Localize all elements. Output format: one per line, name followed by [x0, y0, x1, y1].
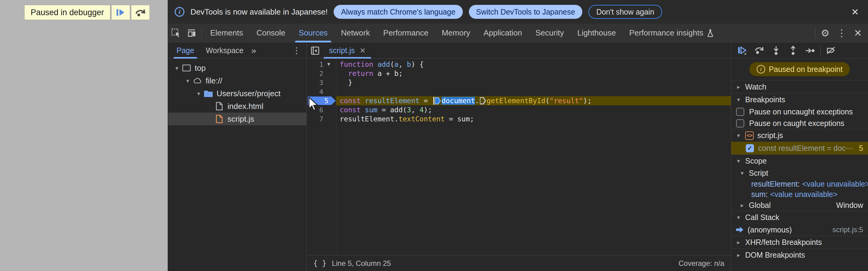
- uncaught-exceptions-checkbox[interactable]: [736, 108, 744, 116]
- settings-gear-icon[interactable]: ⚙: [817, 27, 833, 39]
- devtools-close-icon[interactable]: ✕: [850, 27, 866, 39]
- notification-close-icon[interactable]: ✕: [849, 7, 861, 17]
- scope-script-subsection[interactable]: ▾ Script: [731, 167, 868, 179]
- overlay-resume-button[interactable]: [111, 5, 130, 20]
- tab-memory[interactable]: Memory: [435, 24, 477, 42]
- toggle-navigator-icon[interactable]: [307, 43, 323, 59]
- chevron-down-icon[interactable]: ▾: [194, 90, 203, 97]
- breakpoint-checkbox[interactable]: ✓: [746, 144, 754, 152]
- tree-item-script-js[interactable]: script.js: [168, 113, 306, 125]
- gutter-line-7[interactable]: 7: [307, 114, 336, 123]
- tree-item-index-html[interactable]: index.html: [168, 100, 306, 113]
- navigator-tab-page[interactable]: Page: [174, 43, 197, 59]
- call-stack-frame[interactable]: (anonymous) script.js:5: [731, 224, 868, 236]
- gutter-line-4[interactable]: 4: [307, 87, 336, 96]
- tree-item-users-user-project[interactable]: ▾Users/user/project: [168, 87, 306, 100]
- line-number: 3: [307, 79, 323, 87]
- tree-item-top[interactable]: ▾top: [168, 62, 306, 74]
- editor-tab-label: script.js: [329, 46, 355, 55]
- editor-tab-scriptjs[interactable]: script.js ✕: [323, 43, 371, 59]
- tab-close-icon[interactable]: ✕: [360, 47, 366, 55]
- tab-label: Lighthouse: [577, 28, 616, 38]
- code-token: textContent: [399, 115, 445, 123]
- dont-show-again-button[interactable]: Don't show again: [588, 5, 662, 19]
- chevron-down-icon[interactable]: ▾: [183, 78, 192, 84]
- navigator-tab-workspace[interactable]: Workspace: [203, 43, 247, 59]
- step-icon[interactable]: [802, 43, 818, 59]
- switch-to-japanese-button[interactable]: Switch DevTools to Japanese: [469, 5, 583, 19]
- tab-security[interactable]: Security: [529, 24, 571, 42]
- tab-label: Elements: [210, 28, 243, 38]
- scope-global-row[interactable]: ▸ Global Window: [731, 200, 868, 211]
- variable-name: sum: [751, 190, 766, 199]
- code-line-1[interactable]: 1▼function add(a, b) {: [307, 60, 731, 69]
- more-tabs-icon[interactable]: »: [251, 46, 256, 56]
- code-token: );: [583, 97, 592, 105]
- more-options-icon[interactable]: ⋮: [833, 27, 850, 39]
- pause-caught-exceptions-row[interactable]: Pause on caught exceptions: [731, 117, 868, 129]
- code-line-4[interactable]: 4: [307, 87, 731, 96]
- scope-variable-row[interactable]: sum: <value unavailable>: [731, 189, 868, 200]
- resume-script-icon[interactable]: [734, 43, 751, 59]
- code-token: = sum;: [445, 115, 474, 123]
- code-token: (: [390, 60, 394, 68]
- tab-label: Sources: [299, 28, 328, 38]
- code-line-3[interactable]: 3 }: [307, 78, 731, 87]
- gutter-line-6[interactable]: 6: [307, 105, 336, 114]
- breakpoint-entry-line: 5: [859, 144, 863, 153]
- overlay-step-over-button[interactable]: [131, 5, 150, 20]
- pretty-print-icon[interactable]: { }: [313, 259, 326, 268]
- fold-arrow-icon[interactable]: ▼: [323, 62, 334, 67]
- tab-console[interactable]: Console: [250, 24, 292, 42]
- call-stack-section-header[interactable]: ▾ Call Stack: [731, 211, 868, 224]
- caught-exceptions-checkbox[interactable]: [736, 119, 744, 127]
- gutter-line-3[interactable]: 3: [307, 78, 336, 87]
- navigator-more-options-icon[interactable]: ⋮: [289, 46, 305, 56]
- tab-lighthouse[interactable]: Lighthouse: [570, 24, 622, 42]
- code-line-5[interactable]: 5const resultElement = document.getEleme…: [307, 96, 731, 105]
- chevron-down-icon[interactable]: ▾: [172, 65, 181, 71]
- breakpoint-file-group[interactable]: ▾ <> script.js: [731, 129, 868, 142]
- code-text: [336, 87, 340, 96]
- dom-breakpoints-section-header[interactable]: ▸ DOM Breakpoints: [731, 248, 868, 261]
- code-token: const: [340, 97, 361, 105]
- code-token: resultElement.: [340, 115, 399, 123]
- gutter-line-2[interactable]: 2: [307, 69, 336, 78]
- breakpoints-section-header[interactable]: ▾ Breakpoints: [731, 93, 868, 106]
- cloud-icon: [192, 76, 203, 85]
- tab-application[interactable]: Application: [477, 24, 529, 42]
- gutter-line-1[interactable]: 1▼: [307, 60, 336, 69]
- dom-breakpoints-label: DOM Breakpoints: [745, 251, 805, 260]
- code-line-2[interactable]: 2 return a + b;: [307, 69, 731, 78]
- breakpoint-execution-marker[interactable]: 5: [308, 96, 336, 105]
- tab-elements[interactable]: Elements: [204, 24, 250, 42]
- line-number: 5: [308, 97, 329, 105]
- tree-item-file[interactable]: ▾file://: [168, 74, 306, 87]
- global-scope-value: Window: [836, 201, 863, 210]
- code-editor[interactable]: 1▼function add(a, b) {2 return a + b;3 }…: [307, 59, 731, 255]
- xhr-breakpoints-section-header[interactable]: ▸ XHR/fetch Breakpoints: [731, 236, 868, 248]
- code-line-6[interactable]: 6const sum = add(3, 4);: [307, 105, 731, 114]
- chevron-down-icon: ▾: [736, 96, 742, 103]
- breakpoint-entry[interactable]: ✓ const resultElement = doc⋯ 5: [731, 142, 868, 154]
- always-match-language-button[interactable]: Always match Chrome's language: [334, 5, 463, 19]
- step-out-icon[interactable]: [784, 43, 802, 59]
- debugger-pane: i Paused on breakpoint ▸ Watch ▾ Breakpo…: [731, 43, 868, 271]
- scope-section-header[interactable]: ▾ Scope: [731, 154, 868, 167]
- tab-performance[interactable]: Performance: [377, 24, 435, 42]
- deactivate-breakpoints-icon[interactable]: [823, 43, 839, 59]
- gutter-line-5[interactable]: 5: [307, 96, 336, 105]
- watch-section-header[interactable]: ▸ Watch: [731, 81, 868, 93]
- step-over-icon[interactable]: [751, 43, 768, 59]
- device-toolbar-icon[interactable]: [184, 24, 199, 42]
- tab-network[interactable]: Network: [334, 24, 376, 42]
- info-icon: i: [757, 65, 765, 73]
- tab-sources[interactable]: Sources: [292, 24, 334, 42]
- scope-variable-row[interactable]: resultElement: <value unavailable>: [731, 179, 868, 189]
- step-into-icon[interactable]: [768, 43, 784, 59]
- variable-name: resultElement: [751, 180, 798, 188]
- tab-performance-insights[interactable]: Performance insights: [623, 24, 721, 42]
- pause-uncaught-exceptions-row[interactable]: Pause on uncaught exceptions: [731, 106, 868, 117]
- inspect-element-icon[interactable]: [168, 24, 184, 42]
- code-line-7[interactable]: 7resultElement.textContent = sum;: [307, 114, 731, 123]
